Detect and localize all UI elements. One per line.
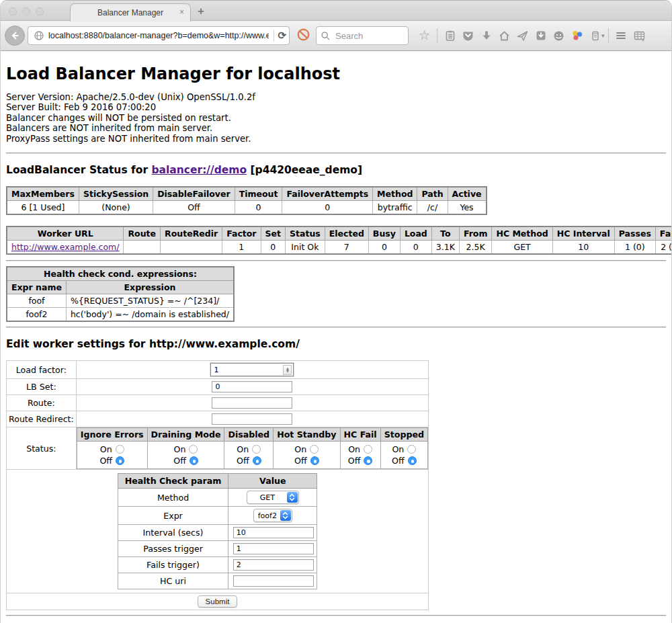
keyboard-grid-button[interactable]	[630, 27, 648, 44]
health-expressions-table: Health check cond. expressions: Expr nam…	[6, 266, 235, 322]
status-cell-disabled: On Off	[224, 442, 274, 469]
hc-row-expr: Expr foof2	[118, 507, 317, 525]
cell-fails: 2 (0)	[655, 241, 672, 255]
container-dropdown-icon[interactable]: ▾	[601, 32, 605, 39]
cell-expression: hc('body') =~ /domain is established/	[66, 308, 234, 322]
url-divider	[274, 30, 274, 42]
back-button[interactable]	[5, 26, 25, 46]
on-label: On	[237, 444, 249, 454]
downloads-button[interactable]	[477, 27, 495, 44]
hc-uri-input[interactable]	[233, 575, 314, 587]
col-hot-standby: Hot Standby	[274, 428, 340, 442]
radio-ignore-errors-off[interactable]	[116, 456, 124, 465]
hc-method-value: GET	[248, 493, 287, 502]
radio-draining-mode-on[interactable]	[189, 445, 198, 454]
tab-close-icon[interactable]: ×	[179, 7, 184, 17]
col-hc-fail: HC Fail	[340, 428, 380, 442]
expr-header-row: Expr name Expression	[7, 281, 234, 294]
route-input[interactable]	[212, 397, 292, 409]
tab-bar: Balancer Manager × +	[1, 1, 671, 21]
hc-passes-input[interactable]	[233, 543, 314, 554]
pocket-button[interactable]	[459, 27, 477, 44]
radio-hc-fail-off[interactable]	[364, 456, 372, 465]
col-routeredir: RouteRedir	[161, 226, 222, 241]
status-label: Status:	[7, 427, 77, 470]
col-ignore-errors: Ignore Errors	[77, 428, 147, 442]
hc-expr-label: Expr	[118, 507, 228, 525]
col-passes: Passes	[614, 226, 655, 241]
cell-method: bytraffic	[373, 201, 417, 215]
radio-hc-fail-on[interactable]	[364, 445, 372, 454]
close-window-button[interactable]	[9, 7, 17, 15]
number-stepper-icon[interactable]: ▲▼	[283, 365, 292, 375]
col-expression: Expression	[66, 281, 234, 294]
zoom-window-button[interactable]	[36, 7, 44, 15]
cell-factor: 1	[222, 241, 261, 255]
keyboard-grid-icon	[633, 30, 646, 42]
col-hc-value: Value	[228, 474, 317, 489]
heading-prefix: LoadBalancer Status for	[6, 164, 151, 176]
hc-row-passes: Passes trigger	[118, 541, 317, 557]
lb-set-input[interactable]	[212, 381, 292, 392]
back-icon	[9, 30, 20, 41]
separator	[6, 615, 666, 616]
submit-button[interactable]: Submit	[198, 595, 238, 608]
hc-fails-input[interactable]	[233, 559, 314, 571]
radio-hot-standby-on[interactable]	[310, 445, 319, 454]
minimize-window-button[interactable]	[22, 7, 30, 15]
pocket-icon	[462, 30, 474, 42]
cell-load: 0	[400, 241, 431, 255]
radio-draining-mode-off[interactable]	[190, 456, 198, 465]
heading-suffix: [p4420eeae_demo]	[247, 164, 362, 176]
search-bar[interactable]	[316, 26, 409, 45]
load-factor-input[interactable]	[211, 366, 283, 374]
content-block-button[interactable]	[296, 28, 310, 44]
hc-row-hc-uri: HC uri	[118, 573, 317, 589]
cell-busy: 0	[368, 241, 400, 255]
cell-routeredir	[161, 241, 222, 255]
hc-interval-input[interactable]	[233, 527, 314, 538]
radio-disabled-on[interactable]	[252, 445, 261, 454]
radio-ignore-errors-on[interactable]	[116, 445, 124, 454]
balancer-status-heading: LoadBalancer Status for balancer://demo …	[6, 164, 666, 176]
new-tab-button[interactable]: +	[198, 5, 204, 18]
search-input[interactable]	[334, 30, 401, 42]
worker-url-link[interactable]: http://www.example.com/	[11, 242, 119, 252]
col-active: Active	[448, 187, 486, 201]
hc-expr-select[interactable]: foof2	[253, 509, 292, 522]
radio-stopped-on[interactable]	[407, 445, 416, 454]
hc-header-row: Health Check param Value	[118, 474, 317, 489]
save-page-button[interactable]	[532, 27, 550, 44]
radio-hot-standby-off[interactable]	[310, 456, 319, 465]
bookmark-star-button[interactable]: ☆	[415, 27, 433, 44]
hc-method-select[interactable]: GET	[247, 491, 299, 504]
route-redirect-input[interactable]	[212, 413, 292, 425]
chat-button[interactable]	[550, 27, 568, 44]
cell-stickysession: (None)	[79, 201, 153, 215]
cell-expr-name: foof2	[7, 308, 66, 322]
col-disabled: Disabled	[224, 428, 274, 442]
separator	[6, 327, 666, 328]
menu-button[interactable]	[612, 27, 630, 44]
hc-method-label: Method	[118, 489, 228, 507]
balancer-demo-link[interactable]: balancer://demo	[151, 164, 247, 176]
cell-timeout: 0	[235, 201, 282, 215]
home-button[interactable]	[495, 27, 513, 44]
radio-disabled-off[interactable]	[253, 456, 261, 465]
radio-stopped-off[interactable]	[408, 456, 417, 465]
reload-button[interactable]: ⟳	[278, 30, 286, 41]
lb-set-label: LB Set:	[7, 379, 77, 395]
on-label: On	[174, 444, 186, 454]
tab-balancer-manager[interactable]: Balancer Manager ×	[70, 3, 191, 22]
cell-expression: %{REQUEST_STATUS} =~ /^[234]/	[66, 294, 234, 308]
reading-list-button[interactable]	[441, 27, 459, 44]
colored-dots-button[interactable]	[568, 27, 586, 44]
url-input[interactable]	[47, 30, 270, 41]
status-cell-hc-fail: On Off	[340, 442, 380, 469]
url-bar[interactable]: ⟳	[28, 26, 290, 45]
send-button[interactable]	[513, 27, 532, 44]
toolbar-divider	[437, 28, 437, 43]
browser-window: Balancer Manager × + ⟳ ☆	[0, 0, 672, 623]
hc-expr-value: foof2	[255, 511, 280, 520]
status-header-row: Ignore Errors Draining Mode Disabled Hot…	[77, 428, 427, 442]
